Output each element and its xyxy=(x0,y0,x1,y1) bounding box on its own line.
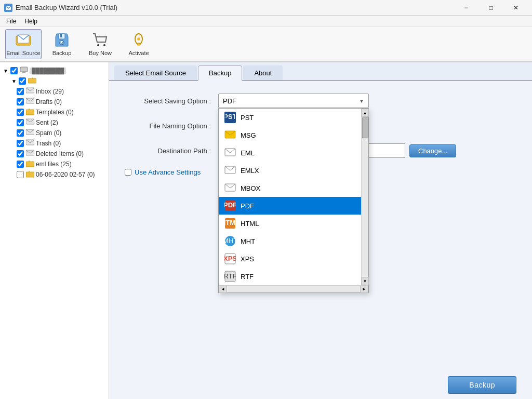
spam-icon xyxy=(26,129,34,137)
msg-icon xyxy=(224,129,236,141)
computer-icon xyxy=(20,66,28,75)
saving-option-dropdown[interactable]: PDF ▼ xyxy=(218,94,369,108)
sidebar-item-deleted[interactable]: Deleted Items (0) xyxy=(1,149,108,159)
backup-button-area: Backup xyxy=(109,371,532,399)
xps-icon: XPS xyxy=(224,252,236,265)
close-button[interactable]: ✕ xyxy=(504,0,528,16)
svg-text:PST: PST xyxy=(225,113,235,121)
mht-icon: MHT xyxy=(224,235,236,247)
dropdown-item-mbox[interactable]: MBOX xyxy=(219,179,361,197)
sidebar-item-templates[interactable]: Templates (0) xyxy=(1,107,108,117)
dropdown-list: PST PST xyxy=(218,108,369,293)
tab-bar: Select Email Source Backup About xyxy=(109,62,532,81)
menu-help[interactable]: Help xyxy=(20,17,42,26)
dropdown-item-xps[interactable]: XPS XPS xyxy=(219,250,361,268)
tree-expand-account[interactable]: ▼ xyxy=(1,76,108,86)
dropdown-arrow-icon: ▼ xyxy=(359,98,364,104)
saving-option-value: PDF xyxy=(223,97,236,105)
minimize-button[interactable]: − xyxy=(454,0,478,16)
dropdown-item-mht[interactable]: MHT MHT xyxy=(219,232,361,250)
tab-backup[interactable]: Backup xyxy=(198,65,242,81)
toolbar-buy-now[interactable]: Buy Now xyxy=(82,29,118,59)
checkbox-deleted[interactable] xyxy=(17,150,24,157)
hscroll-right-btn[interactable]: ► xyxy=(360,286,368,293)
saving-option-row: Select Saving Option : PDF ▼ xyxy=(125,94,516,108)
menu-file[interactable]: File xyxy=(2,17,20,26)
checkbox-sent[interactable] xyxy=(17,119,24,126)
sidebar-item-sent[interactable]: Sent (2) xyxy=(1,117,108,128)
sidebar-item-trash[interactable]: Trash (0) xyxy=(1,138,108,149)
scroll-thumb[interactable] xyxy=(362,117,368,138)
checkbox-templates[interactable] xyxy=(17,109,24,116)
tab-about[interactable]: About xyxy=(243,65,283,80)
email-source-icon xyxy=(15,32,32,48)
dropdown-item-emlx[interactable]: EMLX xyxy=(219,162,361,179)
change-destination-button[interactable]: Change... xyxy=(409,144,456,157)
mbox-icon xyxy=(224,182,236,194)
checkbox-spam[interactable] xyxy=(17,129,24,137)
checkbox-inbox[interactable] xyxy=(17,88,24,95)
dropdown-scrollbar: ▲ ▼ xyxy=(361,109,368,285)
dropdown-item-eml[interactable]: EML xyxy=(219,144,361,162)
checkbox-trash[interactable] xyxy=(17,140,24,147)
titlebar-controls: − □ ✕ xyxy=(454,0,528,16)
scroll-up-btn[interactable]: ▲ xyxy=(362,109,369,117)
toolbar-email-source-label: Email Source xyxy=(6,50,40,57)
checkbox-date-folder[interactable] xyxy=(17,171,24,178)
dropdown-item-rtf[interactable]: RTF RTF xyxy=(219,268,361,285)
svg-rect-15 xyxy=(28,78,36,83)
dropdown-items-wrap: PST PST xyxy=(219,109,361,285)
backup-button[interactable]: Backup xyxy=(448,376,516,394)
expand-root[interactable]: ▼ xyxy=(2,67,9,74)
toolbar-activate[interactable]: Activate xyxy=(121,29,157,59)
checkbox-account[interactable] xyxy=(19,77,26,85)
xps-label: XPS xyxy=(241,255,254,263)
svg-rect-12 xyxy=(20,67,28,72)
sidebar-item-drafts[interactable]: Drafts (0) xyxy=(1,97,108,107)
scroll-down-btn[interactable]: ▼ xyxy=(362,277,369,285)
trash-label: Trash (0) xyxy=(36,140,61,147)
tab-select-email-source[interactable]: Select Email Source xyxy=(114,65,197,80)
hscroll-track xyxy=(228,286,360,292)
toolbar-backup[interactable]: Backup xyxy=(44,29,80,59)
svg-marker-16 xyxy=(28,77,36,78)
eml-files-icon xyxy=(26,160,34,168)
form-area: Select Saving Option : PDF ▼ xyxy=(109,81,532,371)
svg-point-7 xyxy=(97,44,99,46)
checkbox-root[interactable] xyxy=(10,67,18,74)
sidebar-item-eml-files[interactable]: eml files (25) xyxy=(1,159,108,169)
svg-rect-19 xyxy=(26,110,34,115)
window-title: Email Backup Wizard v10.0 (Trial) xyxy=(16,4,117,11)
svg-rect-13 xyxy=(22,72,25,73)
dropdown-scroll-area: PST PST xyxy=(219,109,368,285)
dropdown-item-pdf[interactable]: PDF PDF xyxy=(219,197,361,215)
tree-root[interactable]: ▼ ████████ xyxy=(1,65,108,76)
dropdown-item-msg[interactable]: MSG xyxy=(219,126,361,144)
toolbar-email-source[interactable]: Email Source xyxy=(5,29,42,59)
drafts-label: Drafts (0) xyxy=(36,98,62,105)
deleted-icon xyxy=(26,150,34,158)
titlebar-left: Email Backup Wizard v10.0 (Trial) xyxy=(4,4,117,12)
content-area: Select Email Source Backup About Select … xyxy=(109,62,532,399)
dropdown-item-html[interactable]: HTML HTML xyxy=(219,215,361,232)
checkbox-eml-files[interactable] xyxy=(17,161,24,168)
account-icon xyxy=(28,77,36,85)
restore-button[interactable]: □ xyxy=(479,0,503,16)
sidebar-item-date-folder[interactable]: 06-06-2020 02-57 (0) xyxy=(1,169,108,180)
mbox-label: MBOX xyxy=(241,184,260,192)
mht-label: MHT xyxy=(241,237,255,245)
saving-option-control: PDF ▼ PST xyxy=(218,94,468,108)
hscroll-left-btn[interactable]: ◄ xyxy=(219,286,227,293)
pdf-icon: PDF xyxy=(224,200,236,212)
advance-settings-checkbox[interactable] xyxy=(125,169,131,176)
pst-label: PST xyxy=(241,114,254,122)
checkbox-drafts[interactable] xyxy=(17,98,24,105)
advance-settings-label[interactable]: Use Advance Settings xyxy=(135,168,201,176)
sidebar-item-spam[interactable]: Spam (0) xyxy=(1,128,108,138)
backup-icon xyxy=(54,32,70,48)
sidebar-item-inbox[interactable]: Inbox (29) xyxy=(1,86,108,97)
toolbar-backup-label: Backup xyxy=(52,50,72,57)
dropdown-item-pst[interactable]: PST PST xyxy=(219,109,361,126)
expand-account[interactable]: ▼ xyxy=(10,77,18,85)
svg-rect-27 xyxy=(26,172,34,177)
